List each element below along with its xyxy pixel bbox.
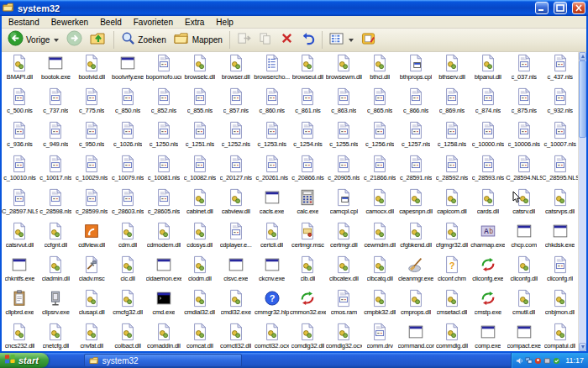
file-item[interactable]: c_950.nls: [74, 119, 110, 153]
file-item[interactable]: cmdial32.dll: [181, 287, 218, 321]
file-item[interactable]: certmgr.msc: [290, 220, 326, 254]
file-item[interactable]: cisvc.exe: [218, 254, 254, 287]
file-item[interactable]: comdlg32.dll: [290, 321, 326, 351]
file-item[interactable]: cnvfat.dll: [74, 321, 110, 351]
file-item[interactable]: c_28603.nls: [110, 187, 146, 220]
file-item[interactable]: calc.exe: [290, 187, 326, 220]
file-item[interactable]: cdmodem.dll: [146, 220, 182, 254]
file-item[interactable]: cmprops.dll: [398, 287, 434, 321]
file-item[interactable]: cliconfg.dll: [506, 254, 542, 287]
file-item[interactable]: cnetcfg.dll: [38, 321, 74, 351]
file-item[interactable]: c_855.nls: [181, 86, 218, 119]
file-item[interactable]: cacls.exe: [254, 187, 290, 220]
file-item[interactable]: cfgbkend.dll: [398, 220, 434, 254]
tray-removable-device-icon[interactable]: [543, 357, 551, 365]
forward-button[interactable]: [63, 30, 86, 50]
file-item[interactable]: clb.dll: [290, 254, 326, 287]
file-item[interactable]: ciodm.dll: [181, 254, 218, 287]
views-dropdown-caret[interactable]: [349, 39, 354, 42]
file-item[interactable]: c_10000.nls: [470, 119, 506, 153]
file-item[interactable]: comdlg32.ocx: [326, 321, 362, 351]
file-item[interactable]: ?cmmgr32.hlp: [254, 287, 290, 321]
file-item[interactable]: bthserv.dll: [434, 52, 470, 86]
file-item[interactable]: comaddin.dll: [146, 321, 182, 351]
tray-update-shield-icon[interactable]: [553, 357, 560, 365]
file-item[interactable]: c_28592.nls: [434, 153, 470, 187]
file-item[interactable]: cmdl32.exe: [218, 287, 254, 321]
file-item[interactable]: c_737.nls: [38, 86, 74, 119]
file-item[interactable]: c_949.nls: [38, 119, 74, 153]
file-item[interactable]: cabinet.dll: [181, 187, 218, 220]
file-item[interactable]: c_1026.nls: [110, 119, 146, 153]
file-item[interactable]: ciadv.msc: [74, 254, 110, 287]
file-item[interactable]: cleanmgr.exe: [398, 254, 434, 287]
file-item[interactable]: c_775.nls: [74, 86, 110, 119]
file-item[interactable]: cmpbk32.dll: [362, 287, 398, 321]
maximize-button[interactable]: [554, 2, 567, 14]
menu-help[interactable]: Help: [210, 16, 239, 29]
file-item[interactable]: c_869.nls: [434, 86, 470, 119]
start-button[interactable]: start: [0, 353, 49, 368]
file-item[interactable]: c_20127.nls: [218, 153, 254, 187]
file-item[interactable]: c_10082.nls: [181, 153, 218, 187]
file-item[interactable]: c_1256.nls: [362, 119, 398, 153]
file-item[interactable]: chcp.com: [506, 220, 542, 254]
file-item[interactable]: cliconfg.rll: [542, 254, 578, 287]
file-item[interactable]: c_500.nls: [2, 86, 38, 119]
file-item[interactable]: ciadmin.dll: [38, 254, 74, 287]
file-item[interactable]: cmstp.exe: [470, 287, 506, 321]
scroll-up-arrow[interactable]: [579, 52, 586, 60]
file-item[interactable]: ccfgnt.dll: [38, 220, 74, 254]
file-item[interactable]: cfgmgr32.dll: [434, 220, 470, 254]
file-item[interactable]: cabview.dll: [218, 187, 254, 220]
file-item[interactable]: catsrvut.dll: [2, 220, 38, 254]
move-to-button[interactable]: [234, 30, 255, 50]
tray-messenger-icon[interactable]: [534, 357, 542, 365]
file-item[interactable]: c_857.nls: [218, 86, 254, 119]
file-item[interactable]: comctl32.dll: [218, 321, 254, 351]
file-item[interactable]: capicom.dll: [434, 187, 470, 220]
file-item[interactable]: comm.drv: [362, 321, 398, 351]
file-item[interactable]: cewmdm.dll: [362, 220, 398, 254]
file-item[interactable]: c_865.nls: [362, 86, 398, 119]
menu-bestand[interactable]: Bestand: [3, 16, 45, 29]
file-item[interactable]: ckcnv.exe: [254, 254, 290, 287]
vertical-scrollbar[interactable]: [578, 52, 586, 351]
delete-button[interactable]: [277, 30, 297, 50]
up-button[interactable]: [87, 30, 110, 50]
file-item[interactable]: chkntfs.exe: [2, 254, 38, 287]
file-item[interactable]: bootok.exe: [38, 52, 74, 86]
file-item[interactable]: chkdsk.exe: [542, 220, 578, 254]
file-item[interactable]: c_10029.nls: [74, 153, 110, 187]
tray-network-icon[interactable]: [525, 357, 533, 365]
file-item[interactable]: c_1250.nls: [146, 119, 182, 153]
file-item[interactable]: c_866.nls: [398, 86, 434, 119]
back-dropdown-caret[interactable]: [54, 39, 59, 42]
file-item[interactable]: commdlg.dll: [434, 321, 470, 351]
file-item[interactable]: browselc.dll: [181, 52, 218, 86]
file-item[interactable]: cdm.dll: [110, 220, 146, 254]
file-item[interactable]: c_1258.nls: [434, 119, 470, 153]
file-item[interactable]: bootvid.dll: [74, 52, 110, 86]
file-item[interactable]: c_20905.nls: [326, 153, 362, 187]
file-item[interactable]: c_875.nls: [506, 86, 542, 119]
taskbar-task-system32[interactable]: system32: [84, 354, 242, 367]
file-item[interactable]: cmos.ram: [326, 287, 362, 321]
file-item[interactable]: c_1255.nls: [326, 119, 362, 153]
file-item[interactable]: comctl32.ocx: [254, 321, 290, 351]
file-item[interactable]: capesnpn.dll: [398, 187, 434, 220]
file-item[interactable]: bopomofo.uce: [146, 52, 182, 86]
file-item[interactable]: cmmon32.exe: [290, 287, 326, 321]
file-item[interactable]: bthci.dll: [362, 52, 398, 86]
file-item[interactable]: c_10006.nls: [506, 119, 542, 153]
file-item[interactable]: catsrv.dll: [506, 187, 542, 220]
file-item[interactable]: c_28599.nls: [74, 187, 110, 220]
file-item[interactable]: Abcharmap.exe: [470, 220, 506, 254]
file-item[interactable]: comcat.dll: [181, 321, 218, 351]
file-item[interactable]: c_1251.nls: [181, 119, 218, 153]
file-item[interactable]: clipsrv.exe: [38, 287, 74, 321]
back-button[interactable]: Vorige: [4, 30, 62, 50]
search-button[interactable]: Zoeken: [118, 30, 169, 50]
file-item[interactable]: cic.dll: [110, 254, 146, 287]
file-item[interactable]: c_1254.nls: [290, 119, 326, 153]
